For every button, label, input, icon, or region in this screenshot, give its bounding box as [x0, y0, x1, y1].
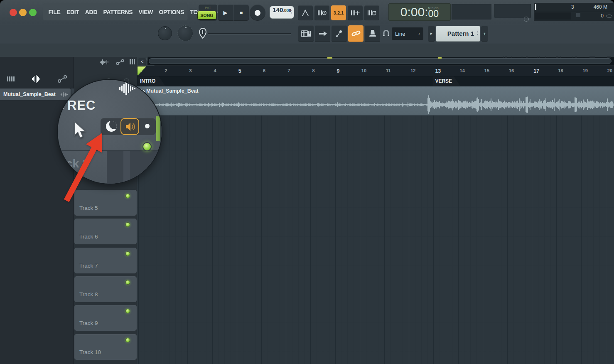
picker-item-label: Mutual_Sample_Beat [3, 91, 56, 97]
menu-bar: FILEEDITADDPATTERNSVIEWOPTIONSTOOLSHELP [43, 3, 188, 20]
ruler-bar-number: 2 [165, 68, 167, 73]
ruler-bar-number: 20 [607, 68, 612, 73]
window-close-button[interactable] [10, 9, 17, 16]
picker-automation-tab-icon[interactable] [57, 75, 67, 83]
track-header-track-8[interactable]: Track 8 [74, 276, 137, 302]
title-transport-bar: FILEEDITADDPATTERNSVIEWOPTIONSTOOLSHELP … [0, 0, 614, 24]
pat-song-toggle[interactable]: PAT SONG [199, 5, 217, 21]
stop-button[interactable]: ■ [233, 5, 249, 21]
menu-item-options[interactable]: OPTIONS [159, 9, 184, 15]
touch-knob-button[interactable] [365, 25, 380, 42]
track-name-label: Track 8 [79, 291, 98, 298]
playlist-patterns-icon[interactable] [129, 59, 137, 65]
menu-item-view[interactable]: VIEW [139, 9, 153, 15]
ruler-bar-number: 4 [214, 68, 216, 73]
spectrum-panel[interactable] [494, 4, 531, 18]
cpu-memory-panel: 3 460 M 0 [534, 3, 614, 21]
playlist-grid[interactable] [137, 116, 614, 364]
metronome-button[interactable] [298, 5, 313, 20]
ruler-bar-number: 12 [410, 68, 415, 73]
play-button[interactable]: ▶ [218, 5, 233, 21]
audio-clip[interactable]: Mutual_Sample_Beat [137, 86, 614, 116]
picker-item-waveform-icon [61, 92, 68, 97]
snap-value: Line [395, 31, 418, 37]
menu-item-patterns[interactable]: PATTERNS [103, 9, 133, 15]
wait-for-input-button[interactable] [314, 5, 329, 20]
snap-selector[interactable]: Line › [392, 27, 423, 40]
time-display[interactable]: 0:00: M:S:CS 00 [388, 3, 451, 21]
window-zoom-button[interactable] [29, 9, 37, 16]
track-name-label: Track 6 [79, 234, 98, 240]
ruler-bar-number: 7 [287, 68, 290, 73]
marker-strip[interactable]: INTROVERSE [137, 76, 614, 86]
shuffle-slider-handle[interactable] [199, 27, 207, 39]
add-pattern-button[interactable]: + [481, 26, 488, 42]
picker-item-sample[interactable]: Mutual_Sample_Beat [0, 89, 71, 100]
magnified-green-led[interactable] [142, 142, 152, 151]
magnified-grid-column [123, 151, 130, 184]
picker-audio-tab-icon[interactable] [32, 75, 42, 83]
menu-item-file[interactable]: FILE [48, 9, 60, 15]
track-led[interactable] [125, 194, 130, 198]
magnified-dot-button[interactable] [145, 124, 150, 128]
track-led[interactable] [125, 251, 130, 256]
ruler-bar-number: 11 [386, 68, 391, 73]
ruler-bar-number: 15 [484, 68, 489, 73]
master-volume-knob[interactable] [158, 26, 172, 40]
timeline-ruler[interactable]: 1234567891011121314151617181920 [137, 66, 614, 76]
oscilloscope-panel[interactable] [452, 4, 491, 20]
ruler-bar-number: 16 [509, 68, 514, 73]
horizontal-scrollbar-handle[interactable] [149, 58, 612, 64]
track-led[interactable] [125, 280, 130, 285]
track-header-track-9[interactable]: Track 9 [74, 305, 137, 331]
shuffle-slider-track[interactable] [208, 33, 291, 34]
window-minimize-button[interactable] [19, 9, 27, 16]
track-header-track-6[interactable]: Track 6 [74, 219, 137, 244]
timeline-marker-verse[interactable]: VERSE [432, 76, 460, 86]
track-header-track-10[interactable]: Track 10 [74, 334, 137, 360]
track-led[interactable] [125, 338, 130, 342]
menu-item-add[interactable]: ADD [85, 9, 97, 15]
tempo-display[interactable]: 140.000 ▲▼ [270, 6, 294, 19]
record-button[interactable] [250, 5, 265, 21]
playlist-toolbar: ▶ Playlist - Arrangement ▸ Mutual_Sample… [0, 44, 614, 57]
tempo-spinner[interactable]: ▲▼ [290, 9, 292, 14]
ruler-bar-number: 14 [460, 68, 465, 73]
ruler-bar-number: 13 [435, 68, 441, 74]
menu-item-edit[interactable]: EDIT [66, 9, 79, 15]
ellipse-icon [606, 15, 612, 18]
track-header-track-7[interactable]: Track 7 [74, 248, 137, 273]
pat-label: PAT [199, 6, 217, 10]
ruler-bar-number: 3 [189, 68, 192, 73]
playlist-audio-icon[interactable] [100, 59, 109, 65]
picker-patterns-tab-icon[interactable] [7, 76, 16, 82]
master-pitch-knob[interactable] [177, 25, 193, 41]
pattern-spinner[interactable]: ▲▼ [476, 30, 479, 36]
secondary-toolbar: Recording Vocals in 20.9 REC (Audio trac… [0, 24, 614, 44]
timeline-marker-intro[interactable]: INTRO [138, 76, 165, 86]
pattern-menu-button[interactable]: ▶ [428, 26, 435, 42]
magnified-track-name: REC [67, 98, 96, 113]
cpu-value: 3 [571, 4, 574, 10]
magnified-record-arm-button[interactable] [120, 118, 139, 135]
blend-recording-button[interactable] [364, 5, 379, 20]
typing-keyboard-piano-button[interactable] [298, 25, 314, 42]
link-controllers-button[interactable] [348, 25, 363, 42]
magnified-speaker-icon [125, 122, 135, 131]
ruler-bar-number: 10 [361, 68, 366, 73]
memory-value: 460 M [594, 4, 607, 10]
song-mode-badge[interactable]: SONG [197, 11, 216, 20]
track-led[interactable] [125, 309, 130, 313]
status-square [576, 13, 580, 17]
loop-marker-tick [327, 57, 332, 59]
multilink-button[interactable] [332, 25, 347, 42]
loop-record-button[interactable] [348, 5, 363, 20]
snap-magnet-icon[interactable] [383, 30, 390, 37]
playlist-automation-icon[interactable] [116, 59, 124, 65]
track-led[interactable] [125, 222, 130, 227]
pattern-selector[interactable]: Pattern 1 ▲▼ [436, 26, 480, 42]
step-edit-button[interactable] [315, 25, 330, 42]
countdown-button[interactable]: 3.2.1 [331, 5, 346, 20]
scroll-left-button[interactable]: < [138, 58, 146, 65]
ruler-bar-number: 5 [238, 68, 241, 74]
